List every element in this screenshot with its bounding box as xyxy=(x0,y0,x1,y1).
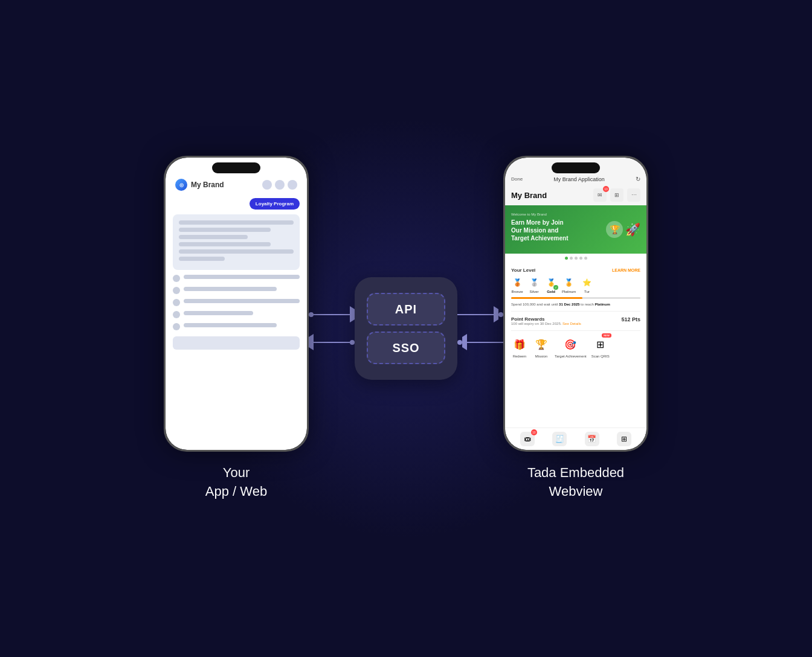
tada-brand-name: My Brand xyxy=(511,191,547,200)
left-brand-name: My Brand xyxy=(191,181,224,189)
list-dot-5 xyxy=(173,323,180,330)
arrow-dot-r1 xyxy=(498,312,503,317)
nav-icon-2[interactable]: 🧾 xyxy=(552,432,567,446)
points-left: Point Rewards 100 will expiry on 30 Dec … xyxy=(511,316,581,325)
left-arrows xyxy=(309,309,355,348)
more-icon-btn[interactable]: ⋯ xyxy=(627,188,640,202)
mission-icon: 🏆 xyxy=(533,336,550,353)
skeleton-4 xyxy=(179,242,271,246)
silver-label: Silver xyxy=(529,290,538,293)
action-target[interactable]: 🎯 Target Achievement xyxy=(555,336,587,358)
banner-dot-2 xyxy=(570,257,573,260)
level-progress-bar-container xyxy=(511,297,640,299)
nav-badge: 10 xyxy=(531,429,537,435)
banner-dot-3 xyxy=(575,257,578,260)
bottom-bar xyxy=(173,336,300,350)
list-lines-5 xyxy=(184,323,300,330)
list-item-5 xyxy=(173,323,300,330)
level-tur: ⭐ Tur xyxy=(581,277,593,293)
sk xyxy=(184,323,277,327)
points-sub: 100 will expiry on 30 Dec 2025. See Deta… xyxy=(511,322,581,325)
platinum-label: Platinum xyxy=(562,290,576,293)
action-redeem[interactable]: 🎁 Redeem xyxy=(511,336,528,358)
arrow-shaft-r2 xyxy=(467,342,503,343)
points-title: Point Rewards xyxy=(511,316,581,322)
target-label: Target Achievement xyxy=(555,354,587,358)
list-lines-2 xyxy=(184,287,300,294)
left-left-arrow xyxy=(309,337,355,348)
skeleton-1 xyxy=(179,220,294,225)
tada-bottom-nav: 🎟 10 🧾 📅 ⊞ xyxy=(505,428,646,450)
list-lines-4 xyxy=(184,311,300,318)
left-phone-label: Your App / Web xyxy=(205,464,267,501)
arrow-head-r2 xyxy=(462,337,467,348)
api-sso-box: API SSO xyxy=(355,277,457,380)
left-phone-wrapper: ◎ My Brand Loyalty Program xyxy=(164,156,309,501)
arrow-dot-l2 xyxy=(350,340,355,345)
level-description: Spend 100,000 and wait until 31 Dec 2025… xyxy=(511,303,640,306)
sk xyxy=(184,299,300,303)
list-dot-4 xyxy=(173,311,180,318)
list-lines-1 xyxy=(184,275,300,282)
left-app-header: ◎ My Brand xyxy=(173,179,300,191)
banner-dot-4 xyxy=(579,257,582,260)
qr-icon-btn[interactable]: ⊞ xyxy=(610,188,624,202)
scan-qris-icon: ⊞ NEW xyxy=(592,336,609,353)
points-value: 512 Pts xyxy=(621,316,640,322)
points-section: Point Rewards 100 will expiry on 30 Dec … xyxy=(511,312,640,331)
list-items xyxy=(173,275,300,330)
right-left-arrow xyxy=(457,337,503,348)
api-label: API xyxy=(367,293,445,325)
new-badge: NEW xyxy=(602,333,611,338)
skeleton-6 xyxy=(179,257,225,261)
banner-small-text: Welcome to My Brand xyxy=(511,213,640,216)
list-item-4 xyxy=(173,311,300,318)
platinum-medal: 🏅 xyxy=(563,277,575,289)
action-mission[interactable]: 🏆 Mission xyxy=(533,336,550,358)
nav-icon-1[interactable]: 🎟 10 xyxy=(520,432,535,446)
arrow-dot-l1 xyxy=(309,312,314,317)
right-phone: Done My Brand Application ↻ My Brand ✉ 1… xyxy=(503,156,648,452)
deco-circle-1: 🏆 xyxy=(606,221,623,238)
done-button[interactable]: Done xyxy=(511,176,523,182)
left-phone-screen: ◎ My Brand Loyalty Program xyxy=(166,158,307,450)
arrow-shaft-l2 xyxy=(314,342,350,343)
actions-section: 🎁 Redeem 🏆 Mission 🎯 Target Achievement xyxy=(511,331,640,363)
brand-icon: ◎ xyxy=(175,179,187,191)
bronze-medal: 🥉 xyxy=(511,277,523,289)
target-icon: 🎯 xyxy=(562,336,579,353)
gold-label: Gold xyxy=(547,290,555,293)
banner-dots xyxy=(505,254,646,263)
gold-check: ✓ xyxy=(553,285,558,290)
list-item-3 xyxy=(173,299,300,306)
arrow-head-r1 xyxy=(494,309,498,320)
nav-icon-3[interactable]: 📅 xyxy=(585,432,599,446)
level-section: Your Level LEARN MORE 🥉 Bronze 🥈 Silver xyxy=(511,263,640,312)
action-scan-qris[interactable]: ⊞ NEW Scan QRIS xyxy=(591,336,610,358)
list-dot-1 xyxy=(173,275,180,282)
skeleton-2 xyxy=(179,228,271,232)
loyalty-program-button[interactable]: Loyalty Program xyxy=(250,198,300,210)
skeleton-3 xyxy=(179,235,248,239)
redeem-icon: 🎁 xyxy=(511,336,528,353)
level-icons: 🥉 Bronze 🥈 Silver 🥇 ✓ xyxy=(511,277,640,293)
list-lines-3 xyxy=(184,299,300,306)
learn-more-link[interactable]: LEARN MORE xyxy=(612,268,640,272)
phone-notch-right xyxy=(552,162,600,173)
nav-icon-4[interactable]: ⊞ xyxy=(617,432,631,446)
notification-icon-btn[interactable]: ✉ 10 xyxy=(593,188,607,202)
sk xyxy=(184,311,253,315)
level-title: Your Level xyxy=(511,268,535,273)
see-details-link[interactable]: See Details xyxy=(562,322,581,325)
refresh-icon[interactable]: ↻ xyxy=(636,176,640,182)
header-circle-3 xyxy=(288,180,297,190)
level-progress-bar xyxy=(511,297,582,299)
silver-medal: 🥈 xyxy=(528,277,540,289)
topbar-title: My Brand Application xyxy=(553,176,605,182)
arrow-head-l1 xyxy=(350,309,355,320)
skeleton-5 xyxy=(179,249,294,254)
level-platinum: 🏅 Platinum xyxy=(562,277,576,293)
level-bronze: 🥉 Bronze xyxy=(511,277,523,293)
level-silver: 🥈 Silver xyxy=(528,277,540,293)
scan-qris-label: Scan QRIS xyxy=(591,354,610,358)
